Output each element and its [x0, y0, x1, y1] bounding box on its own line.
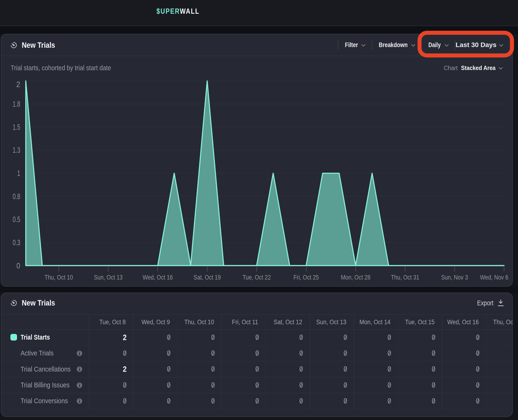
svg-text:Wed, Oct 16: Wed, Oct 16	[143, 274, 173, 281]
svg-text:1.5: 1.5	[13, 123, 20, 131]
svg-text:1: 1	[17, 169, 20, 178]
svg-text:Sun, Nov 3: Sun, Nov 3	[441, 274, 468, 281]
svg-text:Tue, Oct 22: Tue, Oct 22	[243, 274, 271, 281]
svg-text:Thu, Oct 31: Thu, Oct 31	[391, 274, 419, 281]
svg-text:0.3: 0.3	[13, 238, 20, 247]
svg-text:Fri, Oct 25: Fri, Oct 25	[293, 274, 319, 281]
svg-text:2: 2	[16, 80, 20, 89]
svg-text:0: 0	[16, 261, 20, 270]
svg-text:Sun, Oct 13: Sun, Oct 13	[94, 274, 122, 281]
svg-text:Mon, Oct 28: Mon, Oct 28	[341, 274, 370, 281]
svg-text:0.8: 0.8	[13, 192, 20, 201]
svg-text:0.5: 0.5	[13, 215, 20, 224]
svg-text:1.3: 1.3	[13, 146, 20, 154]
svg-text:Sat, Oct 19: Sat, Oct 19	[194, 274, 221, 281]
svg-text:Thu, Oct 10: Thu, Oct 10	[45, 274, 73, 281]
svg-text:Wed, Nov 6: Wed, Nov 6	[480, 274, 508, 281]
svg-text:1.8: 1.8	[13, 100, 20, 108]
